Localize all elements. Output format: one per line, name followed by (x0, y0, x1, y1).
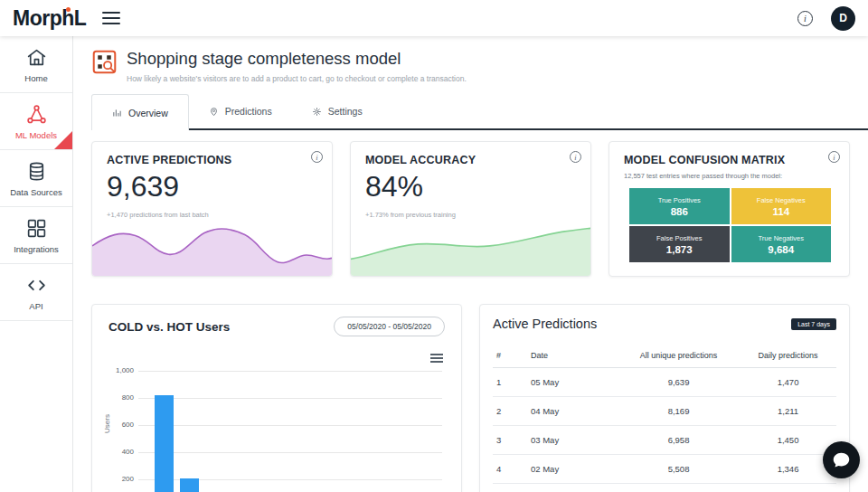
database-icon (25, 160, 48, 183)
stats-row: ACTIVE PREDICTIONS i 9,639 +1,470 predic… (91, 141, 850, 277)
avatar-initial: D (839, 12, 847, 24)
cell-daily: 1,470 (740, 368, 836, 397)
page-subtitle: How likely a website's visitors are to a… (127, 74, 467, 83)
tab-bar-spacer (73, 94, 91, 130)
stat-value: 84% (365, 170, 576, 203)
cm-cell-true-negatives: True Negatives 9,684 (731, 226, 832, 262)
info-icon[interactable]: i (570, 151, 581, 163)
topbar: MorphL i D (0, 0, 868, 36)
active-item-marker (54, 131, 72, 149)
pin-icon (209, 107, 219, 117)
cm-cell-true-positives: True Positives 886 (629, 188, 730, 224)
card-confusion-matrix: MODEL CONFUSION MATRIX i 12,557 test ent… (609, 141, 850, 277)
logo-text: MorphL (13, 6, 86, 30)
green-area-chart (351, 220, 590, 276)
tab-settings[interactable]: Settings (292, 94, 382, 130)
ml-models-icon (25, 103, 48, 126)
date-range-picker[interactable]: 05/05/2020 - 05/05/2020 (334, 317, 445, 336)
bar-cold-users (155, 395, 174, 492)
tab-label: Overview (128, 108, 168, 118)
cell-date: 05 May (527, 368, 618, 397)
app-logo[interactable]: MorphL (13, 6, 86, 31)
info-glyph: i (316, 153, 317, 162)
cm-cell-value: 9,684 (768, 244, 794, 255)
purple-area-chart (92, 220, 332, 276)
y-tick: 1,000 (108, 366, 134, 374)
cm-cell-value: 886 (671, 206, 688, 217)
table-row: 4 02 May 5,508 1,346 (493, 455, 836, 484)
active-predictions-panel: Active Predictions Last 7 days # Date Al… (479, 304, 850, 492)
cold-hot-users-panel: COLD vs. HOT Users 05/05/2020 - 05/05/20… (91, 304, 462, 492)
card-title: ACTIVE PREDICTIONS (107, 154, 317, 166)
y-tick: 400 (108, 448, 134, 456)
sidebar-item-label: Integrations (14, 244, 59, 254)
table-row: 2 04 May 8,169 1,211 (493, 397, 836, 426)
info-icon[interactable]: i (828, 151, 840, 163)
model-header: Shopping stage completeness model How li… (91, 49, 850, 83)
tab-bar-filler (382, 94, 868, 130)
user-avatar[interactable]: D (831, 6, 855, 31)
cell-all-unique: 8,169 (618, 397, 740, 426)
bar-chart-icon (112, 108, 122, 118)
menu-hamburger-icon[interactable] (102, 8, 120, 28)
chat-widget-button[interactable] (823, 441, 860, 478)
info-glyph: i (804, 14, 807, 24)
table-row: 1 05 May 9,639 1,470 (493, 368, 836, 397)
info-glyph: i (833, 153, 835, 162)
col-header-date: Date (527, 344, 618, 368)
cm-cell-value: 114 (772, 206, 789, 217)
tab-bar: Overview Predictions Settings (73, 94, 868, 130)
integrations-icon (25, 217, 48, 240)
y-tick: 200 (108, 475, 134, 483)
stat-note: +1.73% from previous training (365, 211, 576, 219)
cell-daily: 1,450 (740, 426, 836, 455)
cm-cell-label: False Negatives (757, 196, 806, 204)
sidebar-item-label: ML Models (15, 130, 57, 140)
gear-icon (312, 107, 322, 117)
table-row: 3 03 May 6,958 1,450 (493, 426, 836, 455)
card-title: MODEL CONFUSION MATRIX (624, 154, 835, 166)
info-glyph: i (574, 153, 576, 162)
home-icon (25, 46, 48, 69)
cell-date: 03 May (527, 426, 618, 455)
page-title: Shopping stage completeness model (127, 49, 467, 69)
sidebar-item-home[interactable]: Home (0, 36, 72, 93)
panels-row: COLD vs. HOT Users 05/05/2020 - 05/05/20… (91, 304, 850, 492)
sidebar-item-label: Home (24, 73, 47, 83)
users-bar-chart: Users 1,000 800 600 400 200 (108, 349, 445, 492)
cell-all-unique: 6,958 (618, 426, 740, 455)
cm-cell-value: 1,873 (666, 244, 693, 255)
panel-title: Active Predictions (493, 317, 597, 331)
confusion-matrix-grid: True Positives 886 False Negatives 114 F… (629, 188, 831, 262)
sidebar-item-label: API (29, 301, 42, 311)
sidebar-item-ml-models[interactable]: ML Models (0, 93, 72, 150)
col-header-number: # (493, 344, 527, 368)
tab-predictions[interactable]: Predictions (189, 94, 292, 130)
confusion-matrix-subtitle: 12,557 test entries where passed through… (624, 172, 835, 180)
cm-cell-label: True Positives (658, 196, 701, 204)
y-tick: 800 (108, 393, 134, 402)
sidebar-item-api[interactable]: API (0, 264, 72, 321)
predictions-table: # Date All unique predictions Daily pred… (493, 344, 836, 484)
info-icon[interactable]: i (311, 151, 323, 163)
sidebar-item-integrations[interactable]: Integrations (0, 207, 72, 264)
plot-area (138, 349, 442, 492)
sidebar-item-data-sources[interactable]: Data Sources (0, 150, 72, 207)
model-header-text: Shopping stage completeness model How li… (127, 49, 467, 83)
card-active-predictions: ACTIVE PREDICTIONS i 9,639 +1,470 predic… (91, 141, 333, 277)
logo-accent-dot (66, 7, 71, 12)
main-content: Shopping stage completeness model How li… (73, 36, 868, 492)
stat-value: 9,639 (107, 170, 317, 203)
tab-overview[interactable]: Overview (91, 94, 189, 130)
cell-index: 2 (493, 397, 527, 426)
cell-daily: 1,346 (740, 455, 836, 484)
tab-label: Settings (328, 106, 363, 117)
cell-daily: 1,211 (740, 397, 836, 426)
y-tick: 600 (108, 421, 134, 429)
cell-date: 02 May (527, 455, 618, 484)
cm-cell-label: False Positives (656, 234, 702, 242)
sidebar: Home ML Models Data Sources Integrations… (0, 36, 73, 492)
chat-bubble-icon (832, 450, 851, 469)
cell-all-unique: 9,639 (618, 368, 740, 397)
help-info-icon[interactable]: i (797, 11, 813, 26)
